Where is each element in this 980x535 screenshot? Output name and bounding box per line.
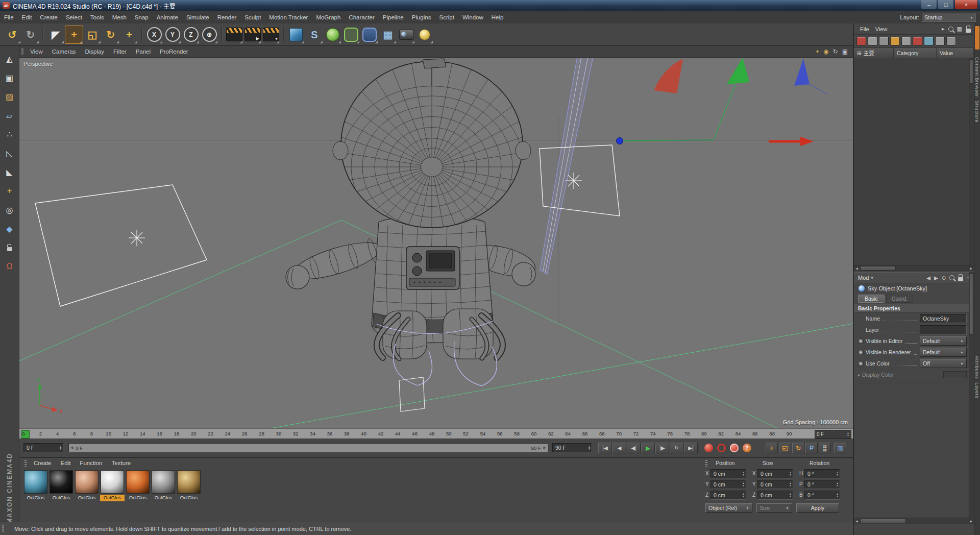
selected-plane[interactable] (540, 58, 593, 274)
visible-in-editor-select[interactable]: Default▼ (920, 336, 967, 346)
object-manager-tab[interactable]: ⊞ 主要 (854, 48, 894, 58)
pin-icon[interactable]: ⊙ (942, 275, 946, 281)
keying-help-button[interactable]: ? (743, 444, 751, 452)
stepper-icon[interactable]: ▲▼ (847, 432, 849, 436)
menu-snap[interactable]: Snap (131, 11, 153, 23)
docked-tab-layers[interactable]: Layers (974, 382, 980, 399)
scroll-right-icon[interactable]: ▶ (968, 265, 974, 271)
om-toolbar-icon-5[interactable] (901, 37, 911, 45)
stepper-icon[interactable]: ▲▼ (742, 471, 745, 476)
attribute-vscrollbar[interactable] (969, 272, 974, 518)
om-menu-view[interactable]: View (872, 26, 891, 32)
tab-coord[interactable]: Coord. (886, 295, 914, 303)
menu-animate[interactable]: Animate (153, 11, 182, 23)
render-picture-viewer-button[interactable]: ▶ (243, 26, 262, 44)
menu-select[interactable]: Select (62, 11, 86, 23)
visible-in-renderer-select[interactable]: Default▼ (920, 348, 967, 357)
menu-edit[interactable]: Edit (18, 11, 36, 23)
move-tool[interactable]: + (65, 26, 83, 44)
redo-button[interactable]: ↻ (21, 26, 40, 44)
material-thumbnail[interactable]: OctGlos (100, 470, 125, 501)
range-left-arrow-icon[interactable]: ◀ (69, 446, 75, 450)
lock-y-axis-button[interactable]: Y (163, 26, 182, 44)
viewport-menu-panel[interactable]: Panel (131, 48, 155, 55)
timeline-mode-button[interactable]: ▥ (834, 443, 846, 453)
render-view-button[interactable] (225, 26, 243, 44)
stepper-icon[interactable]: ▲▼ (742, 482, 745, 487)
key-position-toggle[interactable]: + (766, 443, 778, 453)
docked-tab-structure[interactable]: Structure (974, 101, 980, 123)
om-toolbar-icon-2[interactable] (868, 37, 877, 45)
history-back-icon[interactable]: ◀ (926, 275, 930, 281)
om-toolbar-icon-6[interactable] (913, 37, 922, 45)
stepper-icon[interactable]: ▲▼ (836, 493, 839, 497)
scroll-left-icon[interactable]: ◀ (854, 518, 860, 524)
object-list[interactable] (854, 58, 974, 265)
points-mode-button[interactable]: ∴ (2, 127, 17, 142)
radio-icon[interactable] (858, 350, 864, 355)
material-thumbnail[interactable]: OctGlos (126, 470, 150, 501)
menu-pipeline[interactable]: Pipeline (379, 11, 408, 23)
light-button[interactable] (415, 26, 434, 44)
layout-select[interactable]: Startup ▼ (922, 13, 976, 22)
rotation-b-field[interactable]: 0 °▲▼ (804, 491, 840, 500)
menu-tools[interactable]: Tools (86, 11, 108, 23)
material-thumbnail[interactable]: OctGlos (75, 470, 99, 501)
om-toolbar-icon-7[interactable] (924, 37, 934, 45)
menu-script[interactable]: Script (435, 11, 458, 23)
column-header-category[interactable]: Category (894, 48, 937, 58)
wireframe-character[interactable] (286, 59, 552, 386)
menu-file[interactable]: File (0, 11, 18, 23)
stepper-icon[interactable]: ▲▼ (59, 446, 62, 450)
stepper-icon[interactable]: ▲▼ (836, 471, 839, 476)
key-rotation-toggle[interactable]: ↻ (792, 443, 804, 453)
history-forward-icon[interactable]: ▶ (934, 275, 938, 281)
last-used-tool-button[interactable]: + (120, 26, 138, 44)
rotate-view-icon[interactable]: ↻ (833, 48, 838, 55)
object-axis[interactable] (617, 84, 814, 146)
add-cube-button[interactable] (287, 26, 305, 44)
expander-icon[interactable]: ▸ (858, 373, 860, 377)
make-editable-button[interactable]: ◭ (2, 51, 17, 66)
position-z-field[interactable]: 0 cm▲▼ (710, 491, 746, 500)
texture-mode-button[interactable]: ▨ (2, 89, 17, 104)
object-list-vscrollbar[interactable] (969, 58, 974, 265)
viewport-menu-display[interactable]: Display (80, 48, 109, 55)
record-keyframe-button[interactable] (704, 444, 713, 452)
panel-grid-icon[interactable]: ▦ (957, 26, 962, 32)
deformer-button[interactable] (360, 26, 379, 44)
render-settings-button[interactable]: ● (262, 26, 280, 44)
floor-button[interactable]: ▦ (379, 26, 397, 44)
maximize-button[interactable]: □ (938, 0, 954, 10)
record-options-button[interactable] (730, 444, 739, 452)
axis-arrow-x[interactable] (800, 137, 814, 146)
material-thumbnail[interactable]: OctGlos (49, 470, 74, 501)
subdivision-surface-button[interactable] (324, 26, 342, 44)
size-z-field[interactable]: 0 cm▲▼ (757, 491, 793, 500)
workplane-mode-button[interactable]: ▱ (2, 108, 17, 123)
scroll-left-icon[interactable]: ◀ (854, 265, 860, 271)
viewport-menu-prorender[interactable]: ProRender (155, 48, 193, 55)
stepper-icon[interactable]: ▲▼ (742, 493, 745, 497)
spline-pen-button[interactable]: S (305, 26, 324, 44)
coordinate-system-button[interactable]: ⊕ (200, 26, 218, 44)
timeline-ruler[interactable]: 0246810121416182022242628303234363840424… (19, 428, 853, 439)
material-menu-function[interactable]: Function (76, 460, 106, 466)
undo-button[interactable]: ↺ (3, 26, 21, 44)
forward-icon[interactable]: ▸ (942, 26, 945, 32)
viewport-menu-cameras[interactable]: Cameras (47, 48, 81, 55)
close-button[interactable]: × (954, 0, 978, 10)
key-pla-toggle[interactable]: ⣿ (819, 443, 831, 453)
range-right-arrow-icon[interactable]: ▶ (542, 446, 548, 450)
stepper-icon[interactable]: ▲▼ (789, 471, 792, 476)
zoom-view-icon[interactable]: ◉ (823, 48, 828, 55)
attribute-hscrollbar[interactable]: ◀ ▶ (854, 518, 974, 524)
rotation-p-field[interactable]: 0 °▲▼ (804, 480, 840, 489)
material-thumbnail[interactable]: OctGlos (151, 470, 176, 501)
generator-button[interactable] (342, 26, 360, 44)
current-frame-field[interactable]: 0 F ▲▼ (23, 443, 63, 452)
end-frame-field[interactable]: 90 F ▲▼ (552, 443, 592, 452)
menu-render[interactable]: Render (213, 11, 241, 23)
scrollbar-thumb[interactable] (860, 266, 896, 271)
viewport-solo-button[interactable]: ◎ (2, 202, 17, 217)
